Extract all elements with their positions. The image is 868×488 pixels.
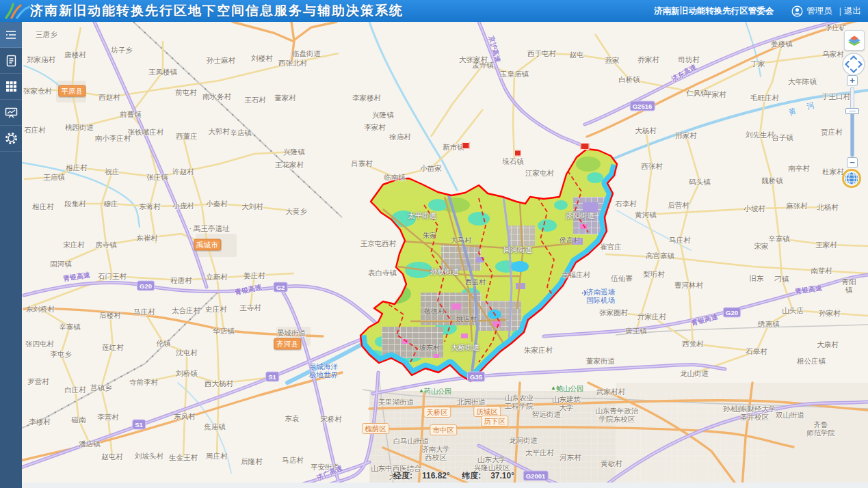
user-avatar-icon [791,5,803,17]
settings-gear-icon [5,132,18,145]
sidebar [0,22,22,488]
sidebar-item-table[interactable] [0,74,22,100]
sidebar-item-analysis[interactable] [0,100,22,126]
sidebar-item-settings[interactable] [0,126,22,152]
zoom-slider-handle[interactable] [845,108,859,114]
pan-compass-control[interactable] [841,52,866,77]
logout-button[interactable]: 退出 [844,5,861,17]
zoom-in-button[interactable]: + [847,75,858,86]
username-label[interactable]: 管理员 [806,5,832,17]
longitude-label: 经度: [393,471,412,480]
grid-table-icon [5,81,17,92]
globe-reset-button[interactable] [842,169,861,188]
chart-board-icon [5,107,18,119]
org-label: 济南新旧动能转换先行区管委会 [654,5,774,17]
basemap-switcher-button[interactable] [844,30,865,51]
logout-divider: | [839,6,841,16]
sidebar-item-report[interactable] [0,48,22,74]
basemap-graphics [22,22,868,488]
menu-tree-icon [5,29,17,41]
map-canvas[interactable]: 三唐乡郑家庙村唐楼村坊子乡孙士麻村刘楼村西张北村王凤楼镇临盘街道张家仓村西赵村前… [22,22,868,488]
basemap-layers-icon [847,33,862,48]
report-document-icon [5,55,17,67]
app-logo-icon [3,1,30,21]
zoom-slider-track[interactable] [850,87,854,157]
bottom-strip [22,483,868,488]
page-title: 济南新旧动能转换先行区地下空间信息服务与辅助决策系统 [30,2,404,20]
latitude-value: 37.10° [490,471,514,480]
header-bar: 济南新旧动能转换先行区地下空间信息服务与辅助决策系统 济南新旧动能转换先行区管委… [0,0,868,22]
zoom-slider-fill [851,111,854,157]
longitude-value: 116.82° [422,471,450,480]
sidebar-item-catalog[interactable] [0,22,22,48]
zoom-out-button[interactable]: − [847,157,858,168]
coordinate-statusbar: 经度:116.82° 纬度:37.10° [393,470,524,482]
app-window: 济南新旧动能转换先行区地下空间信息服务与辅助决策系统 济南新旧动能转换先行区管委… [0,0,868,488]
latitude-label: 纬度: [462,471,481,480]
